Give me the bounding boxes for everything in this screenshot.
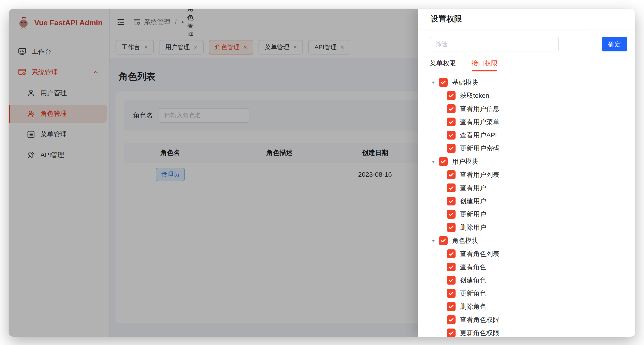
caret-down-icon[interactable] — [430, 158, 437, 165]
checkbox-checked[interactable] — [447, 302, 456, 311]
tree-parent-node[interactable]: 基础模块 — [430, 76, 627, 89]
checkbox-checked[interactable] — [447, 210, 456, 219]
checkbox-checked[interactable] — [447, 328, 456, 337]
tree-child-node[interactable]: 查看用户菜单 — [430, 115, 627, 129]
tree-child-node[interactable]: 查看角色列表 — [430, 247, 627, 260]
checkbox-checked[interactable] — [447, 91, 456, 100]
tree-node-label: 查看用户API — [460, 131, 497, 140]
tree-child-node[interactable]: 查看用户API — [430, 129, 627, 142]
checkbox-checked[interactable] — [447, 249, 456, 258]
permission-filter-input[interactable] — [430, 37, 559, 52]
checkbox-checked[interactable] — [447, 170, 456, 179]
check-icon — [448, 145, 455, 152]
check-icon — [448, 211, 455, 218]
permission-tree: 基础模块获取token查看用户信息查看用户菜单查看用户API更新用户密码用户模块… — [430, 76, 627, 337]
tree-child-node[interactable]: 查看角色权限 — [430, 313, 627, 326]
checkbox-checked[interactable] — [447, 289, 456, 298]
drawer-body: 确定 菜单权限 接口权限 基础模块获取token查看用户信息查看用户菜单查看用户… — [418, 30, 635, 337]
check-icon — [448, 277, 455, 284]
checkbox-checked[interactable] — [447, 197, 456, 205]
tree-node-label: 用户模块 — [452, 157, 478, 166]
check-icon — [448, 105, 455, 112]
check-icon — [448, 92, 455, 99]
check-icon — [448, 171, 455, 178]
tree-node-label: 查看角色 — [460, 263, 486, 272]
tree-node-label: 基础模块 — [452, 78, 478, 87]
check-icon — [448, 329, 455, 336]
check-icon — [448, 118, 455, 126]
tree-child-node[interactable]: 更新角色权限 — [430, 326, 627, 337]
tree-node-label: 查看角色权限 — [460, 315, 500, 324]
checkbox-checked[interactable] — [447, 315, 456, 324]
tree-child-node[interactable]: 删除用户 — [430, 221, 627, 234]
check-icon — [448, 250, 455, 257]
tree-node-label: 删除用户 — [460, 223, 486, 232]
tree-node-label: 查看用户信息 — [460, 104, 500, 113]
check-icon — [440, 79, 447, 86]
tree-node-label: 更新角色 — [460, 289, 486, 298]
tree-node-label: 更新角色权限 — [460, 328, 500, 337]
tree-node-label: 更新用户密码 — [460, 144, 500, 153]
checkbox-checked[interactable] — [439, 157, 448, 166]
tree-node-label: 角色模块 — [452, 236, 478, 245]
check-icon — [448, 198, 455, 205]
check-icon — [448, 290, 455, 297]
tab-menu-permissions[interactable]: 菜单权限 — [430, 59, 456, 71]
checkbox-checked[interactable] — [447, 223, 456, 232]
tree-parent-node[interactable]: 用户模块 — [430, 155, 627, 168]
check-icon — [448, 132, 455, 139]
filter-row: 确定 — [430, 37, 627, 52]
tree-child-node[interactable]: 查看角色 — [430, 260, 627, 274]
tree-node-label: 创建角色 — [460, 276, 486, 285]
checkbox-checked[interactable] — [439, 78, 448, 87]
check-icon — [440, 237, 447, 244]
drawer-title: 设置权限 — [430, 14, 462, 24]
checkbox-checked[interactable] — [447, 144, 456, 153]
tree-parent-node[interactable]: 角色模块 — [430, 234, 627, 247]
tree-node-label: 更新用户 — [460, 210, 486, 219]
caret-down-icon[interactable] — [430, 79, 437, 86]
permission-tabs: 菜单权限 接口权限 — [430, 59, 627, 71]
tree-node-label: 删除角色 — [460, 302, 486, 311]
tree-child-node[interactable]: 查看用户 — [430, 181, 627, 194]
tree-child-node[interactable]: 创建用户 — [430, 194, 627, 208]
check-icon — [448, 303, 455, 310]
check-icon — [448, 316, 455, 323]
check-icon — [448, 184, 455, 191]
tree-child-node[interactable]: 更新用户 — [430, 208, 627, 221]
tree-node-label: 创建用户 — [460, 197, 486, 206]
tree-child-node[interactable]: 创建角色 — [430, 274, 627, 287]
check-icon — [448, 224, 455, 231]
tree-node-label: 查看用户列表 — [460, 170, 500, 179]
app-window: Vue FastAPI Admin 工作台系统管理用户管理角色管理菜单管理API… — [9, 9, 635, 337]
check-icon — [440, 158, 447, 165]
tree-child-node[interactable]: 更新用户密码 — [430, 142, 627, 155]
tree-child-node[interactable]: 查看用户信息 — [430, 102, 627, 115]
checkbox-checked[interactable] — [447, 183, 456, 192]
drawer-header: 设置权限 — [418, 9, 635, 30]
checkbox-checked[interactable] — [447, 263, 456, 271]
tab-api-permissions[interactable]: 接口权限 — [471, 59, 498, 71]
set-permissions-drawer: 设置权限 确定 菜单权限 接口权限 基础模块获取token查看用户信息查看用户菜… — [418, 9, 635, 337]
check-icon — [448, 263, 455, 270]
tree-node-label: 查看用户菜单 — [460, 118, 500, 127]
confirm-button[interactable]: 确定 — [602, 37, 627, 52]
tree-node-label: 查看角色列表 — [460, 249, 500, 258]
checkbox-checked[interactable] — [447, 276, 456, 284]
tree-child-node[interactable]: 删除角色 — [430, 300, 627, 313]
tree-node-label: 查看用户 — [460, 183, 486, 192]
tree-child-node[interactable]: 查看用户列表 — [430, 168, 627, 181]
tree-node-label: 获取token — [460, 91, 489, 100]
caret-down-icon[interactable] — [430, 237, 437, 244]
checkbox-checked[interactable] — [447, 118, 456, 126]
tree-child-node[interactable]: 更新角色 — [430, 287, 627, 300]
checkbox-checked[interactable] — [447, 131, 456, 140]
tree-child-node[interactable]: 获取token — [430, 89, 627, 102]
checkbox-checked[interactable] — [447, 104, 456, 113]
checkbox-checked[interactable] — [439, 236, 448, 245]
